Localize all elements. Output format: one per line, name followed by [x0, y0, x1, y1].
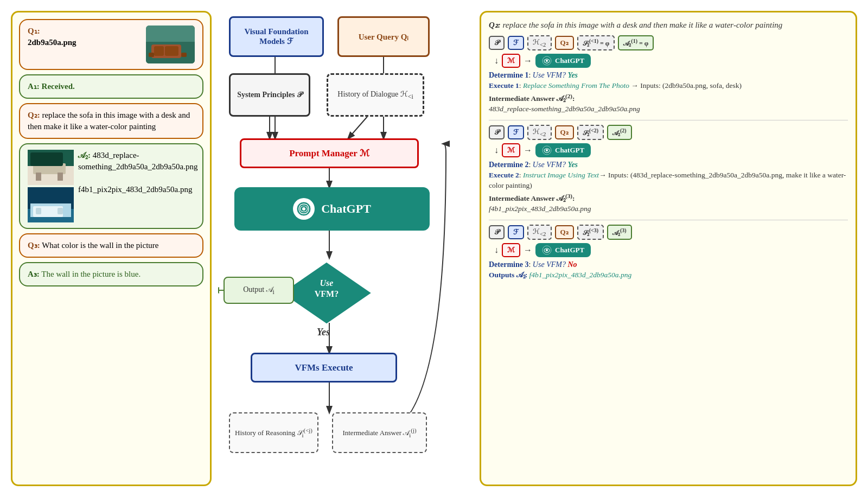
rp-execute1: Execute 1: Replace Something From The Ph… — [489, 81, 848, 91]
rp-divider2 — [489, 220, 848, 220]
q3-text: What color is the wall in the picture — [42, 241, 158, 250]
q3-bubble: Q₃: What color is the wall in the pictur… — [19, 233, 203, 258]
a2-texts: 𝒜₂: 483d_replace-something_2db9a50a_2db9… — [78, 150, 197, 195]
rp-box-p3: 𝒫 — [489, 225, 505, 239]
prompt-manager-box: Prompt Manager ℳ — [240, 138, 419, 168]
svg-point-37 — [546, 149, 548, 151]
rp-box-p2: 𝒫 — [489, 125, 505, 139]
q1-text: 2db9a50a.png — [28, 38, 76, 47]
rp-intermediate1: Intermediate Answer 𝒜₂(2): 483d_replace-… — [489, 92, 848, 114]
rp-outputs: Outputs 𝒜₂: f4b1_pix2pix_483d_2db9a50a.p… — [489, 270, 848, 281]
a2-label: 𝒜₂: — [78, 151, 91, 160]
right-panel: Q₂: replace the sofa in this image with … — [480, 11, 857, 486]
a1-text: Received. — [42, 82, 75, 91]
rp-row3-flow: ↓ ℳ → ChatGPT — [489, 243, 848, 257]
rp-arrow6: → — [524, 245, 532, 255]
rp-arrow4: → — [524, 145, 532, 155]
rp-box-a1: 𝒜₂(1) = φ — [618, 35, 654, 50]
principles-label: System Principles 𝒫 — [237, 91, 302, 99]
svg-rect-17 — [36, 208, 41, 214]
q3-label: Q₃: — [28, 241, 40, 250]
q2-label: Q₂: — [28, 111, 40, 119]
rp-section1: 𝒫 ℱ ℋ<2 Q₂ 𝒮₂(<1) = φ 𝒜₂(1) = φ ↓ ℳ → Ch… — [489, 35, 848, 114]
prompt-manager-label: Prompt Manager ℳ — [289, 148, 369, 159]
rp-m3: ℳ — [502, 243, 520, 257]
q2-text: replace the sofa in this image with a de… — [28, 111, 190, 131]
rp-box-h2: ℋ<2 — [527, 125, 552, 140]
rp-row2-boxes: 𝒫 ℱ ℋ<2 Q₂ 𝒮₂(<2) 𝒜₂(2) — [489, 125, 848, 140]
rp-arrow5: ↓ — [494, 245, 499, 255]
rp-query-header: Q₂: replace the sofa in this image with … — [489, 20, 848, 30]
rp-box-h3: ℋ<2 — [527, 225, 552, 240]
output-box: Output 𝒜i — [224, 277, 294, 304]
yes-label: Yes — [317, 327, 330, 338]
rp-row1-flow: ↓ ℳ → ChatGPT — [489, 54, 848, 68]
flowchart: Visual Foundation Models ℱ User Query Qᵢ… — [218, 11, 473, 486]
a3-text: The wall in the picture is blue. — [41, 270, 141, 278]
a2-text2: f4b1_pix2pix_483d_2db9a50a.png — [78, 185, 192, 194]
vfms-execute-label: VFMs Execute — [295, 362, 353, 373]
rp-row3-boxes: 𝒫 ℱ ℋ<2 Q₂ 𝒮₂(<3) 𝒜₂(3) — [489, 225, 848, 240]
history-label: History of Dialogue ℋ<i — [337, 90, 413, 100]
rp-section2: 𝒫 ℱ ℋ<2 Q₂ 𝒮₂(<2) 𝒜₂(2) ↓ ℳ → ChatGPT De… — [489, 125, 848, 214]
rp-box-f2: ℱ — [508, 125, 524, 139]
a1-bubble: A₁: Received. — [19, 74, 203, 99]
a2-text1: 483d_replace-something_2db9a50a_2db9a50a… — [78, 151, 197, 171]
rp-chatgpt3: ChatGPT — [535, 243, 591, 257]
rp-row1-boxes: 𝒫 ℱ ℋ<2 Q₂ 𝒮₂(<1) = φ 𝒜₂(1) = φ — [489, 35, 848, 50]
svg-line-22 — [348, 117, 367, 138]
rp-box-r2: 𝒮₂(<2) — [577, 125, 604, 140]
rp-chatgpt1: ChatGPT — [535, 54, 591, 68]
rp-determine3: Determine 3: Use VFM? No — [489, 260, 848, 269]
rp-box-h1: ℋ<2 — [527, 35, 552, 50]
q1-bubble: Q₁: 2db9a50a.png — [19, 19, 203, 70]
rp-arrow1: ↓ — [494, 56, 499, 66]
rp-arrow3: ↓ — [494, 145, 499, 155]
rp-row2-flow: ↓ ℳ → ChatGPT — [489, 143, 848, 157]
history-box: History of Dialogue ℋ<i — [327, 73, 424, 117]
rp-box-f3: ℱ — [508, 225, 524, 239]
reasoning-label: History of Reasoning 𝒮i(<j) — [235, 427, 312, 438]
rp-execute2: Execute 2: Instruct Image Using Text→ In… — [489, 170, 848, 191]
principles-box: System Principles 𝒫 — [229, 73, 310, 117]
rp-box-r3: 𝒮₂(<3) — [577, 225, 604, 240]
a3-label: A₃: — [28, 270, 40, 278]
svg-rect-11 — [58, 173, 63, 181]
svg-text:Use: Use — [320, 278, 334, 288]
a2-image1 — [28, 150, 74, 185]
rp-box-f1: ℱ — [508, 36, 524, 50]
intermediate-answer-label: Intermediate Answer 𝒜i(j) — [342, 427, 416, 438]
main-container: Q₁: 2db9a50a.png A₁: Received. — [11, 11, 857, 486]
svg-point-39 — [546, 249, 548, 251]
svg-rect-18 — [58, 208, 63, 214]
chatgpt-box: ChatGPT — [234, 187, 430, 231]
svg-point-35 — [546, 60, 548, 62]
svg-text:VFM?: VFM? — [315, 289, 339, 298]
svg-rect-6 — [181, 53, 187, 57]
rp-divider1 — [489, 120, 848, 120]
output-label: Output 𝒜i — [243, 285, 275, 296]
q2-bubble: Q₂: replace the sofa in this image with … — [19, 103, 203, 139]
query-label: User Query Qᵢ — [359, 32, 409, 42]
rp-chatgpt2: ChatGPT — [535, 143, 591, 157]
svg-rect-10 — [36, 173, 41, 181]
rp-determine1: Determine 1: Use VFM? Yes — [489, 71, 848, 80]
svg-point-30 — [302, 207, 305, 211]
rp-box-q2: Q₂ — [555, 125, 574, 139]
rp-m1: ℳ — [502, 54, 520, 68]
rp-box-q1: Q₂ — [555, 36, 574, 50]
a2-bubble: 𝒜₂: 483d_replace-something_2db9a50a_2db9… — [19, 143, 203, 229]
rp-m2: ℳ — [502, 143, 520, 157]
rp-intermediate2: Intermediate Answer 𝒜₂(3): f4b1_pix2pix_… — [489, 192, 848, 214]
q1-image — [146, 26, 195, 63]
a1-label: A₁: — [28, 82, 40, 91]
vfm-box: Visual Foundation Models ℱ — [229, 16, 324, 57]
q1-label: Q₁: — [28, 27, 40, 35]
rp-arrow2: → — [524, 56, 532, 66]
rp-box-a2: 𝒜₂(2) — [607, 125, 632, 140]
rp-box-r1: 𝒮₂(<1) = φ — [577, 35, 615, 50]
svg-rect-5 — [149, 53, 154, 57]
rp-box-p1: 𝒫 — [489, 36, 505, 50]
svg-rect-12 — [30, 152, 63, 166]
rp-determine2: Determine 2: Use VFM? Yes — [489, 161, 848, 169]
